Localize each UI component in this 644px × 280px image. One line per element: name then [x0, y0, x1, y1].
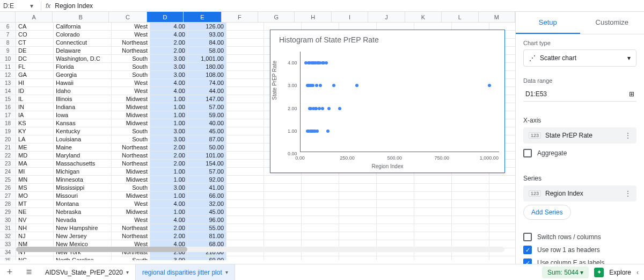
- switch-rows-cols-checkbox[interactable]: Switch rows / columns: [523, 231, 636, 243]
- cell[interactable]: Kansas: [54, 119, 112, 127]
- cell[interactable]: [264, 23, 302, 30]
- cell[interactable]: Louisiana: [54, 135, 112, 143]
- cell[interactable]: MS: [16, 184, 54, 191]
- kebab-menu-icon[interactable]: ⋮: [625, 132, 631, 139]
- cell[interactable]: 50.00: [188, 143, 226, 151]
- aggregate-checkbox[interactable]: Aggregate: [523, 147, 636, 160]
- cell[interactable]: NE: [16, 208, 54, 216]
- cell[interactable]: Midwest: [112, 95, 150, 103]
- cell[interactable]: South: [112, 184, 150, 191]
- cell[interactable]: Mississippi: [54, 184, 112, 191]
- sheet-tab-2[interactable]: regional disparities jitter plot▾: [136, 264, 235, 281]
- cell[interactable]: 74.00: [188, 79, 226, 87]
- cell[interactable]: [489, 176, 515, 183]
- cell[interactable]: 3.00: [150, 127, 188, 135]
- cell[interactable]: [302, 23, 339, 30]
- column-header-C[interactable]: C: [109, 12, 147, 22]
- cell[interactable]: 44.00: [188, 87, 226, 95]
- cell[interactable]: [226, 192, 264, 199]
- cell[interactable]: [489, 232, 515, 240]
- cell[interactable]: KY: [16, 127, 54, 135]
- cell[interactable]: 66.00: [188, 192, 226, 199]
- cell[interactable]: 92.00: [188, 176, 226, 183]
- cell[interactable]: CA: [16, 23, 54, 30]
- table-row[interactable]: 32NJNew JerseyNortheast2.0081.00: [0, 232, 515, 240]
- row-header[interactable]: 6: [0, 23, 16, 30]
- cell[interactable]: 2.00: [150, 224, 188, 232]
- cell[interactable]: [264, 184, 302, 191]
- cell[interactable]: 2.00: [150, 160, 188, 167]
- cell[interactable]: ID: [16, 87, 54, 95]
- cell[interactable]: LA: [16, 135, 54, 143]
- cell[interactable]: 3.00: [150, 63, 188, 70]
- cell[interactable]: Illinois: [54, 95, 112, 103]
- cell[interactable]: Massachusetts: [54, 160, 112, 167]
- cell[interactable]: 87.00: [188, 135, 226, 143]
- cell[interactable]: [302, 224, 339, 232]
- row-header[interactable]: 32: [0, 232, 16, 240]
- cell[interactable]: [452, 224, 489, 232]
- cell[interactable]: West: [112, 23, 150, 30]
- cell[interactable]: 69.00: [188, 256, 226, 260]
- cell[interactable]: [452, 256, 489, 260]
- cell[interactable]: [339, 232, 377, 240]
- embedded-chart[interactable]: Histogram of State PrEP Rate State PrEP …: [270, 30, 505, 173]
- cell[interactable]: NC: [16, 256, 54, 260]
- cell[interactable]: [339, 224, 377, 232]
- row-header[interactable]: 27: [0, 192, 16, 199]
- cell[interactable]: [452, 208, 489, 216]
- cell[interactable]: [302, 192, 339, 199]
- cell[interactable]: [489, 208, 515, 216]
- cell[interactable]: MD: [16, 152, 54, 159]
- all-sheets-button[interactable]: ≡: [19, 267, 39, 278]
- cell[interactable]: [377, 176, 414, 183]
- cell[interactable]: MA: [16, 160, 54, 167]
- cell[interactable]: [489, 184, 515, 191]
- use-row1-headers-checkbox[interactable]: ✓Use row 1 as headers: [523, 243, 636, 256]
- cell[interactable]: [339, 192, 377, 199]
- cell[interactable]: 45.00: [188, 208, 226, 216]
- cell[interactable]: [226, 111, 264, 119]
- column-header-M[interactable]: M: [479, 12, 515, 22]
- cell[interactable]: 2.00: [150, 143, 188, 151]
- cell[interactable]: [489, 224, 515, 232]
- cell[interactable]: [264, 232, 302, 240]
- cell[interactable]: Midwest: [112, 111, 150, 119]
- cell[interactable]: CO: [16, 31, 54, 38]
- column-header-A[interactable]: A: [16, 12, 52, 22]
- cell[interactable]: [489, 200, 515, 207]
- cell[interactable]: DC: [16, 55, 54, 62]
- cell[interactable]: [339, 200, 377, 207]
- cell[interactable]: [339, 184, 377, 191]
- cell[interactable]: 4.00: [150, 79, 188, 87]
- cell[interactable]: Colorado: [54, 31, 112, 38]
- cell[interactable]: [339, 256, 377, 260]
- cell[interactable]: DE: [16, 47, 54, 54]
- cell[interactable]: [226, 168, 264, 175]
- column-header-L[interactable]: L: [442, 12, 478, 22]
- cell[interactable]: 3.00: [150, 135, 188, 143]
- cell[interactable]: Midwest: [112, 176, 150, 183]
- cell[interactable]: [264, 216, 302, 224]
- explore-button[interactable]: Explore: [609, 269, 631, 276]
- column-header-K[interactable]: K: [405, 12, 442, 22]
- cell[interactable]: Midwest: [112, 168, 150, 175]
- cell[interactable]: [377, 192, 414, 199]
- name-box[interactable]: D:E: [3, 2, 30, 10]
- cell[interactable]: [414, 224, 452, 232]
- cell[interactable]: [489, 23, 515, 30]
- cell[interactable]: West: [112, 200, 150, 207]
- cell[interactable]: [452, 200, 489, 207]
- cell[interactable]: [302, 184, 339, 191]
- cell[interactable]: 3.00: [150, 71, 188, 78]
- cell[interactable]: 1.00: [150, 176, 188, 183]
- row-header[interactable]: 26: [0, 184, 16, 191]
- cell[interactable]: 2.00: [150, 39, 188, 46]
- cell[interactable]: [414, 208, 452, 216]
- cell[interactable]: [226, 256, 264, 260]
- cell[interactable]: KS: [16, 119, 54, 127]
- row-header[interactable]: 11: [0, 63, 16, 70]
- cell[interactable]: [226, 127, 264, 135]
- row-header[interactable]: 19: [0, 127, 16, 135]
- cell[interactable]: [452, 176, 489, 183]
